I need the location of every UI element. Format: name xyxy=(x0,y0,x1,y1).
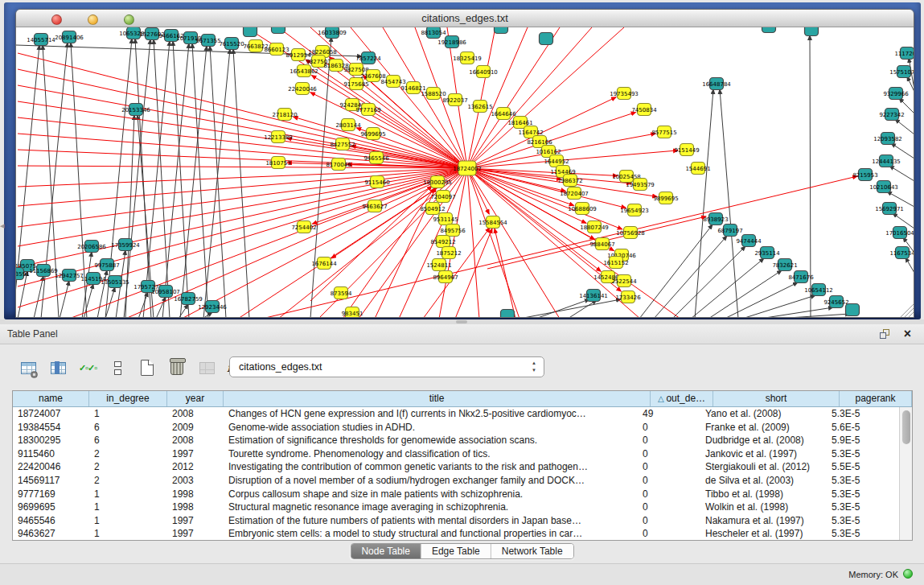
graph-edge[interactable] xyxy=(210,46,226,317)
graph-node[interactable]: 1875212 xyxy=(436,247,461,259)
graph-node[interactable]: 1524811 xyxy=(426,259,451,271)
graph-edge[interactable] xyxy=(467,27,528,168)
graph-node[interactable]: 8549212 xyxy=(430,236,455,248)
graph-node[interactable]: 9227342 xyxy=(879,109,904,121)
table-settings-button[interactable] xyxy=(18,357,39,378)
graph-edge[interactable] xyxy=(18,101,467,168)
graph-edge[interactable] xyxy=(691,258,764,317)
network-window[interactable]: citations_edges.txt 14055714208914061065… xyxy=(15,9,914,318)
graph-node[interactable]: 7450834 xyxy=(631,104,657,116)
tab-edge-table[interactable]: Edge Table xyxy=(421,544,491,558)
float-panel-icon[interactable] xyxy=(880,329,890,340)
graph-edge[interactable] xyxy=(467,168,618,175)
graph-node[interactable]: 1676144 xyxy=(311,257,337,270)
graph-node[interactable]: 14136141 xyxy=(579,290,608,302)
graph-node[interactable]: 8938923 xyxy=(703,213,728,225)
graph-node[interactable]: 9329966 xyxy=(883,88,909,100)
graph-edge[interactable] xyxy=(60,281,69,317)
graph-edge[interactable] xyxy=(455,229,492,317)
network-canvas[interactable]: 1405571420891406106532871527602946616210… xyxy=(16,27,914,317)
column-edit-button[interactable] xyxy=(47,357,68,378)
graph-node[interactable] xyxy=(805,27,819,36)
network-window-titlebar[interactable]: citations_edges.txt xyxy=(16,10,914,27)
scrollbar-thumb[interactable] xyxy=(902,410,910,444)
graph-edge[interactable] xyxy=(519,299,621,317)
graph-node[interactable]: 2935114 xyxy=(754,247,780,259)
graph-node[interactable]: 16640910 xyxy=(469,66,498,78)
graph-edge[interactable] xyxy=(310,37,331,317)
graph-node[interactable]: 8813054 xyxy=(421,27,446,39)
graph-node[interactable] xyxy=(244,27,257,37)
close-panel-icon[interactable]: × xyxy=(904,327,911,341)
graph-node[interactable]: 10210643 xyxy=(869,181,898,193)
graph-node[interactable]: 15751074 xyxy=(889,66,914,78)
table-row[interactable]: 946554611997Estimation of the future num… xyxy=(13,514,899,528)
graph-node[interactable]: 12093582 xyxy=(873,133,902,145)
graph-edge[interactable] xyxy=(742,295,815,317)
graph-node[interactable]: 9474444 xyxy=(736,235,762,247)
graph-node[interactable]: 12923446 xyxy=(198,301,227,313)
graph-edge[interactable] xyxy=(891,143,914,159)
table-row[interactable]: 2242004622012Investigating the contribut… xyxy=(13,460,899,474)
graph-edge[interactable] xyxy=(156,297,166,317)
graph-node[interactable]: 983451 xyxy=(342,307,363,318)
column-header-year[interactable]: year xyxy=(167,391,224,406)
graph-edge[interactable] xyxy=(18,85,467,168)
table-scrollbar[interactable] xyxy=(899,407,912,540)
graph-node[interactable]: 17016504 xyxy=(885,227,914,239)
column-header-pagerank[interactable]: pagerank xyxy=(840,391,912,406)
graph-node[interactable]: 17359924 xyxy=(111,239,140,251)
graph-node[interactable]: 1167534 xyxy=(889,247,914,259)
delete-table-button[interactable] xyxy=(166,357,187,378)
table-row[interactable]: 977716911998Corpus callosum shape and si… xyxy=(13,488,899,501)
graph-node[interactable]: 2803144 xyxy=(335,119,361,131)
graph-edge[interactable] xyxy=(192,43,208,317)
graph-node[interactable] xyxy=(495,27,508,34)
graph-node[interactable]: 9151449 xyxy=(674,144,699,156)
column-header-name[interactable]: name xyxy=(13,391,89,406)
graph-node[interactable]: 1362615 xyxy=(467,101,492,113)
graph-edge[interactable] xyxy=(154,39,170,317)
graph-edge[interactable] xyxy=(906,257,914,273)
graph-node[interactable] xyxy=(846,304,860,316)
graph-node[interactable] xyxy=(540,33,553,45)
graph-node[interactable]: 2718120 xyxy=(272,109,297,121)
graph-node[interactable]: 1664646 xyxy=(491,108,516,120)
graph-edge[interactable] xyxy=(306,60,467,168)
graph-node[interactable]: 10688609 xyxy=(568,203,597,215)
graph-edge[interactable] xyxy=(467,168,560,317)
graph-node[interactable]: 19654923 xyxy=(620,204,649,216)
graph-node[interactable]: 15692971 xyxy=(875,203,904,215)
graph-edge[interactable] xyxy=(654,236,727,317)
resize-grip-icon[interactable] xyxy=(905,308,914,317)
graph-edge[interactable] xyxy=(895,119,914,134)
graph-edge[interactable] xyxy=(18,168,467,246)
graph-node[interactable]: 10654112 xyxy=(804,284,833,296)
tab-node-table[interactable]: Node Table xyxy=(351,544,421,558)
graph-edge[interactable] xyxy=(889,166,914,181)
graph-node[interactable]: 16648784 xyxy=(702,78,731,90)
graph-node[interactable]: 8215953 xyxy=(852,169,877,181)
graph-edge[interactable] xyxy=(138,292,148,317)
resize-grip-icon[interactable] xyxy=(909,312,914,317)
graph-node[interactable]: 7615520 xyxy=(219,38,244,50)
graph-node[interactable]: 19735493 xyxy=(610,88,639,100)
column-header-indegree[interactable]: in_degree xyxy=(89,391,167,406)
graph-node[interactable]: 9245652 xyxy=(823,296,848,308)
graph-node[interactable]: 873594 xyxy=(331,287,352,299)
graph-node[interactable]: 6879197 xyxy=(717,225,742,237)
graph-node[interactable]: 12942757 xyxy=(55,270,84,282)
graph-edge[interactable] xyxy=(180,46,207,317)
graph-node[interactable]: 20206586 xyxy=(77,241,106,253)
graph-edge[interactable] xyxy=(179,304,188,317)
table-header-row[interactable]: namein_degreeyeartitle△ out_de…shortpage… xyxy=(13,391,912,407)
row-height-button[interactable] xyxy=(107,357,128,378)
graph-edge[interactable] xyxy=(708,270,782,317)
graph-node[interactable] xyxy=(501,310,515,318)
graph-edge[interactable] xyxy=(467,168,631,183)
graph-node[interactable]: 18325419 xyxy=(453,52,482,64)
graph-node[interactable]: 8495756 xyxy=(440,225,466,237)
graph-node[interactable]: 22420046 xyxy=(288,83,317,95)
graph-edge[interactable] xyxy=(18,150,467,168)
graph-node[interactable]: 7857224 xyxy=(355,52,381,64)
